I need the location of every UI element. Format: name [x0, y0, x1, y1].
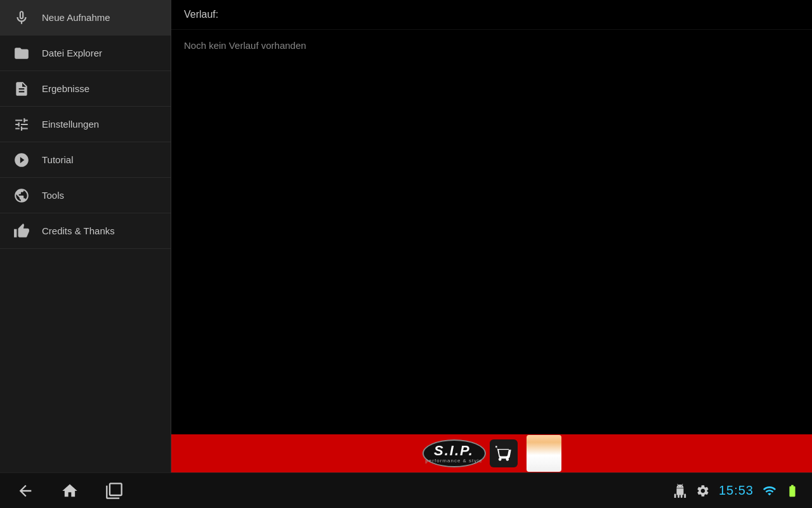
sidebar-item-datei-explorer[interactable]: Datei Explorer: [0, 36, 171, 71]
back-button[interactable]: [13, 478, 38, 504]
thumbs-up-icon: [10, 220, 33, 243]
sip-logo-oval: S.I.P. performance & style: [422, 439, 486, 467]
sidebar-label-ergebnisse: Ergebnisse: [42, 83, 89, 94]
recents-button[interactable]: [102, 478, 127, 504]
sidebar-item-ergebnisse[interactable]: Ergebnisse: [0, 71, 171, 107]
empty-history-message: Noch kein Verlauf vorhanden: [184, 40, 306, 51]
sidebar-item-tools[interactable]: Tools: [0, 178, 171, 213]
content-header: Verlauf:: [171, 0, 812, 30]
ad-banner-inner: S.I.P. performance & style: [422, 434, 561, 472]
sip-logo-sub: performance & style: [425, 458, 482, 464]
sidebar-label-tools: Tools: [42, 190, 64, 201]
sidebar-label-credits-thanks: Credits & Thanks: [42, 225, 115, 236]
content-area: Verlauf: Noch kein Verlauf vorhanden S.I…: [171, 0, 812, 472]
sip-logo: S.I.P. performance & style: [422, 439, 486, 467]
sidebar-item-tutorial[interactable]: Tutorial: [0, 142, 171, 178]
sidebar-label-datei-explorer: Datei Explorer: [42, 48, 102, 58]
home-button[interactable]: [57, 478, 82, 504]
document-icon: [10, 77, 33, 100]
sidebar-label-tutorial: Tutorial: [42, 154, 73, 165]
folder-icon: [10, 42, 33, 65]
sip-logo-text: S.I.P.: [434, 444, 474, 458]
android-icon: [673, 484, 687, 498]
sidebar-item-einstellungen[interactable]: Einstellungen: [0, 107, 171, 142]
sidebar-item-credits-thanks[interactable]: Credits & Thanks: [0, 213, 171, 249]
ad-banner[interactable]: S.I.P. performance & style: [171, 434, 812, 472]
microphone-icon: [10, 6, 33, 29]
cart-icon: [495, 444, 513, 462]
app-container: Neue Aufnahme Datei Explorer Ergeb: [0, 0, 812, 508]
sidebar: Neue Aufnahme Datei Explorer Ergeb: [0, 0, 171, 472]
battery-icon: [785, 484, 799, 498]
globe-icon: [10, 184, 33, 207]
gear-status-icon: [696, 484, 710, 498]
nav-right: 15:53: [673, 483, 799, 498]
content-body: Noch kein Verlauf vorhanden: [171, 30, 812, 434]
sidebar-label-neue-aufnahme: Neue Aufnahme: [42, 12, 110, 23]
sidebar-item-neue-aufnahme[interactable]: Neue Aufnahme: [0, 0, 171, 36]
main-area: Neue Aufnahme Datei Explorer Ergeb: [0, 0, 812, 472]
sidebar-label-einstellungen: Einstellungen: [42, 119, 99, 130]
nav-left: [13, 478, 127, 504]
wifi-icon: [763, 484, 776, 498]
play-circle-icon: [10, 149, 33, 171]
ad-person-image: [527, 435, 561, 472]
sliders-icon: [10, 113, 33, 136]
cart-icon-box: [490, 439, 518, 467]
verlauf-title: Verlauf:: [184, 9, 218, 20]
time-display: 15:53: [719, 483, 754, 498]
nav-bar: 15:53: [0, 472, 812, 508]
